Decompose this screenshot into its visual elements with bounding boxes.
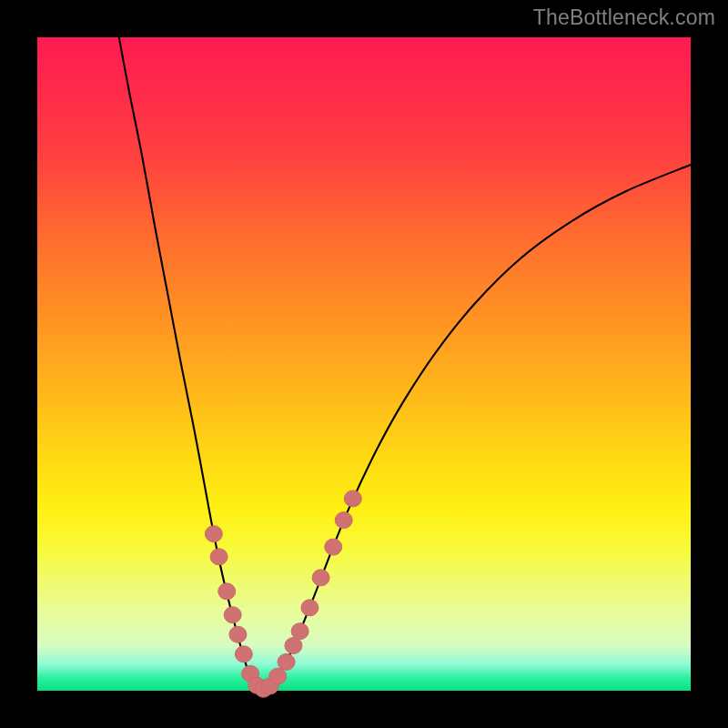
- watermark-label: TheBottleneck.com: [533, 5, 715, 30]
- chart-stage: TheBottleneck.com: [0, 0, 728, 728]
- chart-plot-area: [37, 37, 691, 691]
